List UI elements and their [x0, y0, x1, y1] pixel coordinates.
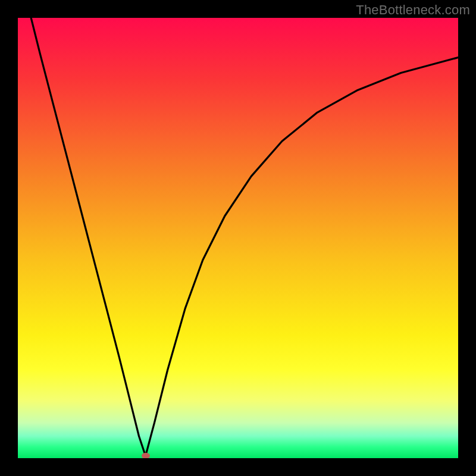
- optimal-point-marker: [142, 453, 150, 458]
- watermark-text: TheBottleneck.com: [356, 2, 470, 18]
- chart-frame: TheBottleneck.com: [0, 0, 476, 476]
- bottleneck-curve: [31, 18, 458, 456]
- curve-layer: [18, 18, 458, 458]
- plot-area: [18, 18, 458, 458]
